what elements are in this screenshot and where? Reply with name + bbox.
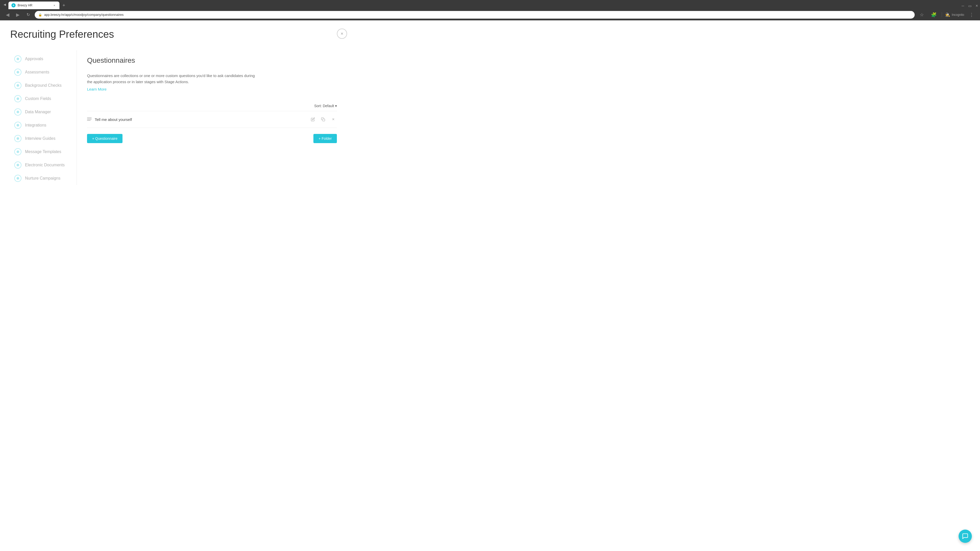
browser-nav-bar: ◀ ▶ ↻ 🔒 app.breezy.hr/app/c/moodjoy/comp… <box>0 9 980 21</box>
sidebar-icon-assessments <box>14 68 21 76</box>
add-folder-button[interactable]: + Folder <box>313 134 337 143</box>
sidebar-icon-interview-guides <box>14 135 21 142</box>
questionnaire-name: Tell me about yourself <box>95 118 309 122</box>
tab-close-button[interactable]: × <box>52 3 56 7</box>
section-description: Questionnaires are collections or one or… <box>87 73 261 85</box>
minimize-button[interactable]: ─ <box>962 4 964 8</box>
svg-rect-1 <box>87 119 92 119</box>
item-actions: × <box>309 116 337 123</box>
back-nav-button[interactable]: ◀ <box>4 12 11 17</box>
sidebar-label-data-manager: Data Manager <box>25 110 51 114</box>
url-text: app.breezy.hr/app/c/moodjoy/company/ques… <box>44 13 124 17</box>
sort-dropdown[interactable]: Sort: Default ▾ <box>314 104 337 108</box>
bookmark-button[interactable]: ☆ <box>918 12 926 17</box>
questionnaire-list-icon <box>87 118 92 121</box>
new-tab-button[interactable]: + <box>60 2 67 9</box>
maximize-button[interactable]: ▭ <box>968 4 972 8</box>
sort-caret-icon: ▾ <box>335 104 337 108</box>
page-title: Recruiting Preferences <box>10 29 347 40</box>
incognito-badge: 🕵️ Incognito <box>942 12 964 17</box>
sidebar: Approvals Assessments Background Checks … <box>10 50 76 185</box>
sidebar-item-data-manager[interactable]: Data Manager <box>10 105 76 119</box>
copy-questionnaire-button[interactable] <box>320 116 327 123</box>
sidebar-item-integrations[interactable]: Integrations <box>10 119 76 132</box>
table-row: Tell me about yourself <box>87 111 337 128</box>
add-questionnaire-button[interactable]: + Questionnaire <box>87 134 123 143</box>
sidebar-label-electronic-documents: Electronic Documents <box>25 163 65 167</box>
svg-rect-0 <box>87 118 92 118</box>
sidebar-icon-nurture-campaigns <box>14 175 21 182</box>
sidebar-icon-data-manager <box>14 108 21 116</box>
svg-rect-2 <box>87 120 91 121</box>
sidebar-label-nurture-campaigns: Nurture Campaigns <box>25 176 60 181</box>
sidebar-item-background-checks[interactable]: Background Checks <box>10 79 76 92</box>
sidebar-label-background-checks: Background Checks <box>25 83 62 88</box>
section-title: Questionnaires <box>87 56 337 65</box>
learn-more-link[interactable]: Learn More <box>87 87 107 91</box>
menu-button[interactable]: ⋮ <box>967 12 976 17</box>
sidebar-label-approvals: Approvals <box>25 57 43 61</box>
browser-tab-active[interactable]: B Breezy HR × <box>8 2 59 9</box>
tab-favicon: B <box>11 3 16 7</box>
content-layout: Approvals Assessments Background Checks … <box>10 50 347 185</box>
sidebar-icon-message-templates <box>14 148 21 156</box>
sidebar-item-assessments[interactable]: Assessments <box>10 65 76 79</box>
close-window-button[interactable]: × <box>976 3 978 8</box>
browser-tab-bar: ◀ B Breezy HR × + ─ ▭ × <box>0 0 980 9</box>
sidebar-label-interview-guides: Interview Guides <box>25 136 56 141</box>
back-button[interactable]: ◀ <box>2 0 7 9</box>
incognito-icon: 🕵️ <box>945 12 950 17</box>
sidebar-icon-approvals <box>14 56 21 62</box>
sidebar-icon-background-checks <box>14 82 21 89</box>
extensions-button[interactable]: 🧩 <box>929 12 939 17</box>
tab-title: Breezy HR <box>18 3 50 7</box>
close-preferences-button[interactable]: × <box>337 29 347 39</box>
forward-nav-button[interactable]: ▶ <box>14 12 21 17</box>
bottom-actions: + Questionnaire + Folder <box>87 134 337 143</box>
sidebar-label-integrations: Integrations <box>25 123 46 127</box>
address-bar[interactable]: 🔒 app.breezy.hr/app/c/moodjoy/company/qu… <box>35 11 915 19</box>
sort-label: Sort: Default <box>314 104 334 108</box>
sidebar-item-nurture-campaigns[interactable]: Nurture Campaigns <box>10 171 76 185</box>
delete-questionnaire-button[interactable]: × <box>330 116 337 123</box>
window-controls: ─ ▭ × <box>962 3 978 9</box>
sidebar-icon-custom-fields <box>14 95 21 102</box>
questionnaire-list: Tell me about yourself <box>87 111 337 128</box>
sidebar-label-custom-fields: Custom Fields <box>25 97 51 101</box>
reload-button[interactable]: ↻ <box>24 12 32 17</box>
sort-bar: Sort: Default ▾ <box>87 104 337 108</box>
sidebar-label-message-templates: Message Templates <box>25 149 61 154</box>
svg-rect-3 <box>323 119 325 121</box>
sidebar-item-custom-fields[interactable]: Custom Fields <box>10 92 76 105</box>
lock-icon: 🔒 <box>38 13 42 17</box>
sidebar-icon-electronic-documents <box>14 162 21 168</box>
sidebar-label-assessments: Assessments <box>25 70 49 75</box>
sidebar-item-message-templates[interactable]: Message Templates <box>10 145 76 159</box>
sidebar-icon-integrations <box>14 122 21 129</box>
sidebar-item-interview-guides[interactable]: Interview Guides <box>10 132 76 145</box>
incognito-label: Incognito <box>952 13 964 17</box>
main-content: Questionnaires Questionnaires are collec… <box>76 50 347 185</box>
edit-questionnaire-button[interactable] <box>309 116 317 123</box>
page-container: Recruiting Preferences × Approvals Asses… <box>0 21 357 193</box>
sidebar-item-electronic-documents[interactable]: Electronic Documents <box>10 159 76 171</box>
sidebar-item-approvals[interactable]: Approvals <box>10 52 76 65</box>
